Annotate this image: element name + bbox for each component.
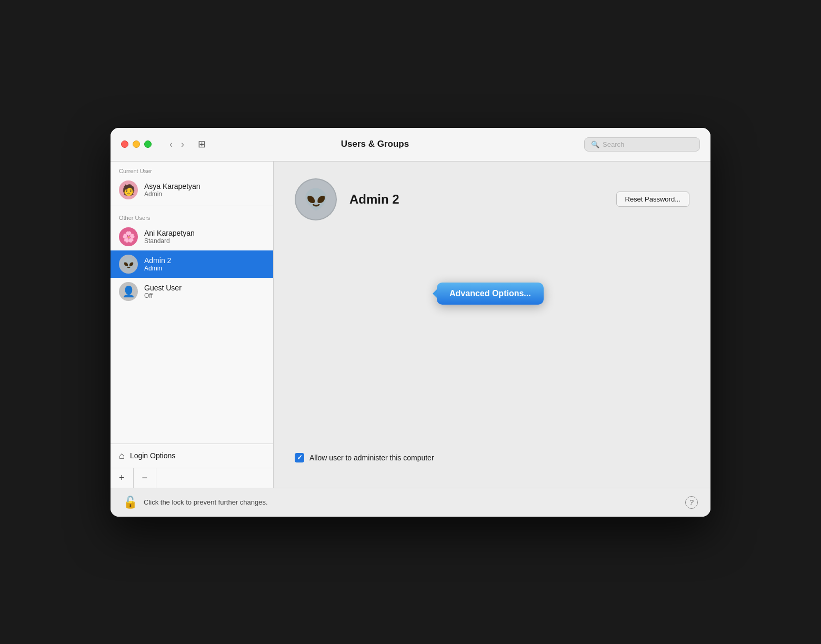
user-role-asya: Admin (144, 190, 265, 198)
user-role-ani: Standard (144, 237, 265, 245)
content-area: Current User 🧑 Asya Karapetyan Admin Oth… (111, 162, 710, 488)
user-role-admin2: Admin (144, 265, 265, 272)
user-name-asya: Asya Karapetyan (144, 182, 265, 190)
help-button[interactable]: ? (685, 496, 698, 509)
other-users-header: Other Users (111, 208, 273, 223)
search-input[interactable] (603, 140, 693, 148)
user-list: Current User 🧑 Asya Karapetyan Admin Oth… (111, 162, 273, 444)
avatar-guest: 👤 (119, 282, 138, 301)
user-item-admin2[interactable]: 👽 Admin 2 Admin (111, 250, 273, 278)
selected-user-avatar-large: 👽 (295, 178, 337, 220)
avatar-asya: 🧑 (119, 180, 138, 199)
user-info-guest: Guest User Off (144, 284, 265, 299)
avatar-ani: 🌸 (119, 227, 138, 246)
status-bar: 🔓 Click the lock to prevent further chan… (111, 488, 710, 517)
traffic-lights (121, 140, 152, 148)
current-user-header: Current User (111, 162, 273, 176)
advanced-options-popup[interactable]: Advanced Options... (437, 283, 544, 305)
main-panel: 👽 Admin 2 Reset Password... Advanced Opt… (274, 162, 710, 488)
user-info-asya: Asya Karapetyan Admin (144, 182, 265, 198)
user-item-asya[interactable]: 🧑 Asya Karapetyan Admin (111, 176, 273, 204)
user-info-ani: Ani Karapetyan Standard (144, 229, 265, 245)
alien-icon-small: 👽 (122, 258, 135, 270)
remove-user-button[interactable]: − (134, 468, 157, 488)
home-icon: ⌂ (119, 450, 125, 461)
advanced-options-label: Advanced Options... (449, 289, 531, 298)
flower-icon: 🌸 (122, 230, 135, 243)
add-user-button[interactable]: + (111, 468, 134, 488)
sidebar: Current User 🧑 Asya Karapetyan Admin Oth… (111, 162, 274, 488)
allow-admin-label: Allow user to administer this computer (309, 454, 434, 462)
guest-icon: 👤 (122, 285, 135, 298)
user-name-ani: Ani Karapetyan (144, 229, 265, 237)
login-options-row[interactable]: ⌂ Login Options (111, 444, 273, 468)
user-name-guest: Guest User (144, 284, 265, 292)
asya-icon: 🧑 (122, 184, 135, 196)
maximize-button[interactable] (144, 140, 152, 148)
user-info-admin2: Admin 2 Admin (144, 256, 265, 272)
sidebar-actions: + − (111, 468, 273, 488)
user-item-guest[interactable]: 👤 Guest User Off (111, 278, 273, 305)
user-item-ani[interactable]: 🌸 Ani Karapetyan Standard (111, 223, 273, 250)
user-role-guest: Off (144, 292, 265, 299)
lock-icon[interactable]: 🔓 (123, 496, 137, 509)
user-header: 👽 Admin 2 Reset Password... (295, 178, 689, 220)
login-options-label: Login Options (130, 451, 175, 460)
allow-admin-row: ✓ Allow user to administer this computer (295, 453, 434, 462)
user-name-admin2: Admin 2 (144, 256, 265, 265)
search-icon: 🔍 (591, 140, 599, 148)
sidebar-divider-1 (111, 206, 273, 206)
selected-user-name: Admin 2 (349, 192, 399, 207)
reset-password-button[interactable]: Reset Password... (616, 192, 690, 207)
main-window: ‹ › ⊞ Users & Groups 🔍 Current User 🧑 (111, 128, 710, 517)
window-title: Users & Groups (174, 139, 576, 149)
minimize-button[interactable] (133, 140, 140, 148)
close-button[interactable] (121, 140, 128, 148)
status-text: Click the lock to prevent further change… (144, 498, 679, 506)
search-bar: 🔍 (584, 137, 700, 152)
checkmark-icon: ✓ (297, 454, 303, 461)
allow-admin-checkbox[interactable]: ✓ (295, 453, 304, 462)
titlebar: ‹ › ⊞ Users & Groups 🔍 (111, 128, 710, 162)
avatar-admin2: 👽 (119, 255, 138, 274)
alien-icon-large: 👽 (296, 179, 336, 219)
